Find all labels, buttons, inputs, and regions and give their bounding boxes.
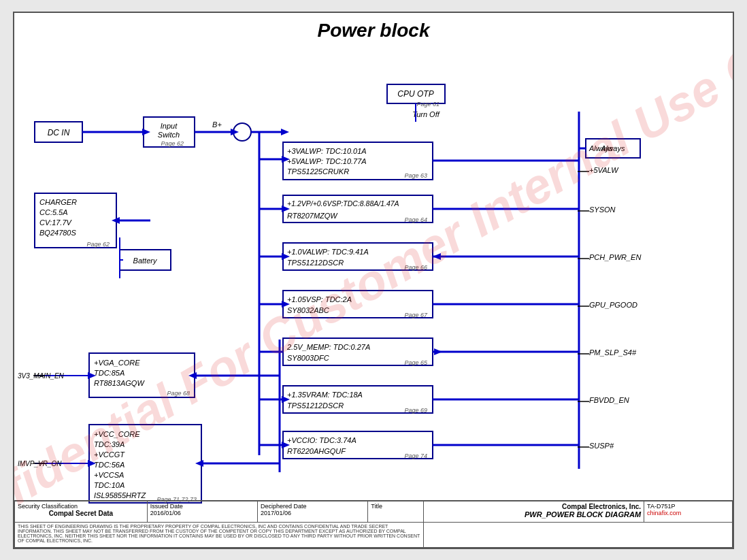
svg-text:Page 66: Page 66 bbox=[404, 264, 427, 271]
svg-marker-75 bbox=[282, 205, 290, 212]
svg-text:+1.05VSP: TDC:2A: +1.05VSP: TDC:2A bbox=[287, 295, 352, 303]
svg-marker-73 bbox=[282, 156, 290, 163]
svg-rect-20 bbox=[283, 142, 433, 180]
svg-marker-101 bbox=[188, 372, 197, 379]
svg-text:IMVP_VR_ON: IMVP_VR_ON bbox=[18, 460, 62, 467]
svg-text:Page 63: Page 63 bbox=[404, 172, 427, 179]
svg-text:+VGA_CORE: +VGA_CORE bbox=[94, 359, 140, 367]
svg-rect-14 bbox=[120, 250, 171, 270]
svg-marker-96 bbox=[112, 217, 120, 224]
page-title: Power block bbox=[14, 13, 733, 45]
page: Power block DC IN Input Switch Page 62 B… bbox=[13, 12, 734, 549]
svg-text:+VCC_CORE: +VCC_CORE bbox=[94, 430, 140, 438]
svg-text:TDC:85A: TDC:85A bbox=[94, 369, 124, 377]
svg-text:BQ24780S: BQ24780S bbox=[39, 229, 76, 237]
svg-rect-54 bbox=[89, 425, 201, 503]
svg-marker-103 bbox=[195, 460, 203, 467]
compal-secret: Compal Secret Data bbox=[18, 510, 144, 517]
svg-rect-37 bbox=[283, 338, 433, 365]
svg-text:CHARGER: CHARGER bbox=[39, 198, 77, 206]
svg-text:2.5V_MEMP: TDC:0.27A: 2.5V_MEMP: TDC:0.27A bbox=[286, 343, 370, 351]
svg-text:TDC:39A: TDC:39A bbox=[94, 440, 124, 448]
svg-marker-66 bbox=[142, 129, 150, 135]
svg-text:+5VALWP: TDC:10.77A: +5VALWP: TDC:10.77A bbox=[287, 157, 367, 165]
svg-rect-49 bbox=[89, 353, 195, 397]
deciphered-date: 2017/01/06 bbox=[261, 510, 365, 516]
issued-date: 2016/01/06 bbox=[150, 510, 254, 516]
svg-rect-33 bbox=[283, 291, 433, 318]
svg-text:Page 68: Page 68 bbox=[167, 390, 190, 397]
svg-text:FBVDD_EN: FBVDD_EN bbox=[589, 396, 629, 404]
watermark: Confidential For Customer Internal Use O… bbox=[13, 12, 734, 549]
svg-text:TPS51212DSCR: TPS51212DSCR bbox=[287, 401, 344, 410]
svg-text:+1.0VALWP: TDC:9.41A: +1.0VALWP: TDC:9.41A bbox=[287, 248, 369, 256]
svg-text:Page 64: Page 64 bbox=[404, 216, 427, 223]
svg-rect-41 bbox=[283, 386, 433, 413]
security-classification-label: Security Classification bbox=[18, 503, 144, 510]
svg-text:Battery: Battery bbox=[133, 257, 158, 265]
svg-text:Page 69: Page 69 bbox=[404, 407, 427, 414]
svg-marker-84 bbox=[282, 442, 290, 448]
svg-text:Page 62: Page 62 bbox=[86, 241, 110, 248]
svg-text:TDC:56A: TDC:56A bbox=[94, 461, 124, 469]
svg-text:RT8813AGQW: RT8813AGQW bbox=[94, 379, 145, 387]
svg-text:Page 61: Page 61 bbox=[416, 101, 439, 108]
doc-title: PWR_POWER BLOCK DIAGRAM bbox=[427, 510, 642, 518]
svg-text:ISL95855HRTZ: ISL95855HRTZ bbox=[94, 491, 147, 499]
svg-text:B+: B+ bbox=[212, 120, 222, 129]
svg-text:Turn Off: Turn Off bbox=[412, 110, 439, 118]
company-name: Compal Electronics, Inc. bbox=[427, 503, 642, 510]
svg-text:TDC:10A: TDC:10A bbox=[94, 481, 124, 489]
svg-marker-70 bbox=[281, 129, 289, 135]
wiring-diagram: DC IN Input Switch Page 62 B+ CHARGER CC… bbox=[14, 47, 733, 537]
svg-rect-63 bbox=[586, 139, 640, 158]
svg-text:SUSP#: SUSP# bbox=[589, 442, 614, 450]
issued-date-label: Issued Date bbox=[150, 503, 254, 510]
doc-number: TA-D751P bbox=[647, 503, 729, 510]
svg-text:Page 74: Page 74 bbox=[404, 452, 427, 459]
svg-text:TPS51225CRUKR: TPS51225CRUKR bbox=[287, 167, 349, 176]
svg-text:+VCCGT: +VCCGT bbox=[94, 450, 125, 459]
svg-marker-107 bbox=[88, 460, 96, 467]
svg-text:Page 67: Page 67 bbox=[404, 312, 428, 318]
deciphered-date-label: Deciphered Date bbox=[261, 503, 365, 510]
svg-text:SY8032ABC: SY8032ABC bbox=[287, 306, 329, 314]
svg-rect-25 bbox=[283, 195, 433, 223]
svg-text:RT8207MZQW: RT8207MZQW bbox=[287, 212, 338, 220]
svg-marker-125 bbox=[434, 348, 442, 355]
svg-text:GPU_PGOOD: GPU_PGOOD bbox=[589, 301, 637, 309]
svg-marker-105 bbox=[88, 372, 96, 379]
svg-text:+5VALW: +5VALW bbox=[589, 166, 619, 174]
svg-rect-45 bbox=[283, 431, 433, 459]
svg-rect-16 bbox=[387, 84, 445, 103]
svg-text:TPS51212DSCR: TPS51212DSCR bbox=[287, 259, 344, 267]
svg-point-7 bbox=[233, 123, 251, 141]
svg-text:SYSON: SYSON bbox=[589, 205, 616, 214]
svg-text:Always: Always bbox=[588, 144, 613, 152]
svg-marker-77 bbox=[282, 253, 290, 260]
svg-text:Input: Input bbox=[161, 122, 178, 130]
svg-text:Page 65: Page 65 bbox=[404, 359, 428, 366]
svg-marker-68 bbox=[231, 129, 239, 135]
svg-text:CPU OTP: CPU OTP bbox=[397, 89, 433, 99]
svg-text:CC:5.5A: CC:5.5A bbox=[39, 208, 68, 216]
svg-rect-8 bbox=[35, 193, 116, 248]
svg-text:CV:17.7V: CV:17.7V bbox=[39, 218, 73, 227]
svg-text:+1.2VP/+0.6VSP:TDC:8.88A/1.47A: +1.2VP/+0.6VSP:TDC:8.88A/1.47A bbox=[287, 199, 399, 208]
svg-marker-82 bbox=[282, 396, 290, 403]
svg-marker-79 bbox=[282, 301, 290, 308]
svg-text:3V3_MAIN_EN: 3V3_MAIN_EN bbox=[18, 372, 65, 380]
svg-text:+1.35VRAM: TDC:18A: +1.35VRAM: TDC:18A bbox=[287, 391, 363, 399]
svg-text:PCH_PWR_EN: PCH_PWR_EN bbox=[589, 253, 641, 261]
svg-text:DC IN: DC IN bbox=[48, 128, 70, 137]
svg-text:Page 62: Page 62 bbox=[161, 140, 184, 147]
svg-rect-29 bbox=[283, 243, 433, 270]
svg-marker-109 bbox=[433, 253, 441, 260]
svg-text:+3VALWP: TDC:10.01A: +3VALWP: TDC:10.01A bbox=[287, 147, 367, 155]
svg-text:+VCCSA: +VCCSA bbox=[94, 471, 124, 479]
svg-text:Switch: Switch bbox=[158, 131, 180, 139]
svg-text:Always: Always bbox=[601, 144, 625, 152]
footer: Security Classification Compal Secret Da… bbox=[14, 500, 733, 548]
svg-rect-0 bbox=[35, 122, 82, 142]
logo: chinafix.com bbox=[647, 510, 729, 516]
